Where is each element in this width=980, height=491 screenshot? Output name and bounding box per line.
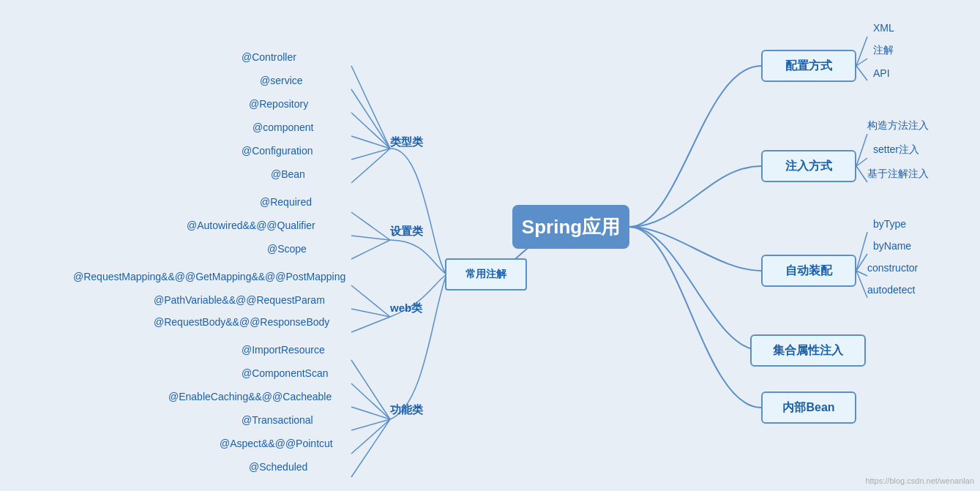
svg-line-1 — [856, 59, 867, 66]
item-importresource: @ImportResource — [242, 344, 325, 356]
item-controller: @Controller — [242, 51, 296, 63]
item-configuration: @Configuration — [242, 145, 313, 157]
group-web-label: web类 — [390, 301, 422, 315]
svg-line-15 — [351, 149, 390, 183]
center-node: Spring应用 — [512, 205, 629, 249]
item-autowired: @Autowired&&@@Qualifier — [187, 220, 315, 231]
node-common-annotation: 常用注解 — [445, 258, 527, 291]
collection-label: 集合属性注入 — [773, 343, 843, 359]
svg-line-20 — [351, 309, 390, 317]
item-transactional: @Transactional — [242, 414, 313, 426]
item-enablecaching: @EnableCaching&&@@Cacheable — [168, 391, 332, 402]
svg-line-18 — [351, 240, 390, 259]
item-service: @service — [260, 75, 303, 86]
node-bytype: byType — [873, 218, 906, 230]
node-setter-inject: setter注入 — [873, 143, 919, 157]
common-annotation-label: 常用注解 — [465, 268, 506, 281]
node-autowire: 自动装配 — [761, 255, 856, 287]
svg-line-7 — [856, 254, 867, 271]
item-component: @component — [253, 121, 313, 133]
item-scope: @Scope — [267, 243, 307, 255]
node-config: 配置方式 — [761, 50, 856, 82]
node-xml: XML — [873, 22, 894, 34]
svg-line-27 — [351, 419, 390, 477]
node-byname: byName — [873, 240, 911, 252]
svg-line-21 — [351, 317, 390, 332]
node-innerbean: 内部Bean — [761, 391, 856, 424]
svg-line-4 — [856, 158, 867, 166]
svg-line-24 — [351, 407, 390, 419]
node-autodetect: autodetect — [867, 284, 915, 296]
svg-line-16 — [351, 212, 390, 240]
svg-line-5 — [856, 166, 867, 182]
group-func-label: 功能类 — [390, 403, 423, 417]
svg-line-19 — [351, 285, 390, 317]
svg-line-22 — [351, 360, 390, 419]
node-inject: 注入方式 — [761, 150, 856, 182]
innerbean-label: 内部Bean — [782, 400, 834, 416]
svg-line-26 — [351, 419, 390, 454]
item-componentscan: @ComponentScan — [242, 367, 329, 379]
watermark: https://blog.csdn.net/wenanlan — [865, 476, 974, 485]
item-repository: @Repository — [249, 98, 308, 110]
svg-line-0 — [856, 37, 867, 66]
svg-line-14 — [351, 149, 390, 160]
svg-line-11 — [351, 89, 390, 149]
item-aspect: @Aspect&&@@Pointcut — [220, 438, 333, 449]
group-set-label: 设置类 — [390, 225, 423, 239]
svg-line-8 — [856, 271, 867, 276]
item-pathvariable: @PathVariable&&@@RequestParam — [154, 294, 325, 306]
svg-line-9 — [856, 271, 867, 298]
svg-line-13 — [351, 136, 390, 149]
node-collection: 集合属性注入 — [750, 334, 866, 367]
node-constructor-wire: constructor — [867, 262, 918, 274]
node-annotation-config: 注解 — [873, 44, 894, 57]
node-annotation-inject: 基于注解注入 — [867, 168, 929, 181]
config-label: 配置方式 — [785, 59, 832, 74]
inject-label: 注入方式 — [785, 159, 832, 174]
center-label: Spring应用 — [522, 214, 620, 240]
item-required: @Required — [260, 196, 312, 208]
item-requestmapping: @RequestMapping&&@@GetMapping&&@@PostMap… — [73, 271, 345, 282]
group-type-label: 类型类 — [390, 135, 423, 149]
svg-line-2 — [856, 66, 867, 80]
autowire-label: 自动装配 — [785, 263, 832, 279]
svg-line-3 — [856, 134, 867, 166]
svg-line-6 — [856, 232, 867, 271]
svg-line-12 — [351, 113, 390, 149]
mind-map: Spring应用 配置方式 XML 注解 API 注入方式 构造方法注入 set… — [0, 0, 980, 491]
item-scheduled: @Scheduled — [249, 461, 307, 473]
svg-line-25 — [351, 419, 390, 430]
svg-line-10 — [351, 66, 390, 149]
svg-line-17 — [351, 236, 390, 240]
svg-line-23 — [351, 383, 390, 419]
item-requestbody: @RequestBody&&@@ResponseBody — [154, 316, 329, 328]
node-api: API — [873, 67, 890, 79]
node-constructor-inject: 构造方法注入 — [867, 119, 929, 132]
item-bean: @Bean — [271, 168, 305, 180]
